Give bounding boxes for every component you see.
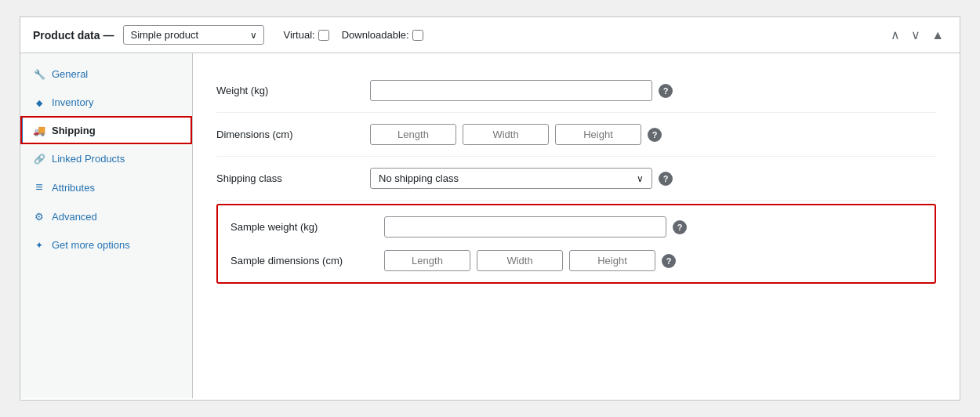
wrench-icon	[33, 67, 45, 80]
main-content: Weight (kg) 0 ? Dimensions (cm) ? Shippi…	[193, 53, 960, 398]
sample-length-input[interactable]	[384, 250, 470, 271]
collapse-down-button[interactable]: ∨	[908, 26, 924, 44]
collapse-up-button[interactable]: ∧	[887, 26, 903, 44]
sidebar-attributes-label: Attributes	[52, 182, 95, 194]
product-type-label: Simple product	[130, 29, 198, 41]
sample-weight-row: Sample weight (kg) 0 ?	[230, 216, 922, 244]
sidebar-get-more-label: Get more options	[52, 239, 130, 251]
list-icon	[33, 180, 45, 194]
height-input[interactable]	[555, 124, 641, 145]
virtual-checkbox[interactable]	[318, 30, 329, 41]
sidebar-linked-products-label: Linked Products	[52, 153, 125, 165]
shipping-class-row: Shipping class No shipping class ∨ ?	[216, 157, 936, 201]
sample-dimensions-row: Sample dimensions (cm) ?	[230, 244, 922, 271]
sidebar-item-linked-products[interactable]: Linked Products	[20, 144, 192, 172]
panel-body: General Inventory Shipping Linked Produc…	[20, 53, 960, 398]
sidebar-general-label: General	[52, 68, 88, 80]
sidebar-item-shipping[interactable]: Shipping	[20, 116, 192, 144]
sample-dimensions-label: Sample dimensions (cm)	[230, 255, 372, 267]
sidebar: General Inventory Shipping Linked Produc…	[20, 53, 193, 398]
sidebar-advanced-label: Advanced	[52, 211, 97, 223]
weight-label: Weight (kg)	[216, 85, 358, 96]
weight-help-icon[interactable]: ?	[659, 84, 673, 98]
product-type-chevron: ∨	[250, 30, 257, 41]
sidebar-item-get-more-options[interactable]: Get more options	[20, 230, 192, 259]
truck-icon	[33, 124, 45, 136]
shipping-class-value: No shipping class	[379, 172, 459, 184]
width-input[interactable]	[463, 124, 549, 145]
virtual-label[interactable]: Virtual:	[283, 29, 328, 41]
shipping-class-help-icon[interactable]: ?	[659, 172, 673, 186]
panel-header: Product data — Simple product ∨ Virtual:…	[20, 17, 960, 53]
product-data-panel: Product data — Simple product ∨ Virtual:…	[20, 16, 960, 401]
dimensions-help-icon[interactable]: ?	[648, 128, 662, 142]
weight-inputs: 0 ?	[370, 80, 936, 101]
sidebar-item-attributes[interactable]: Attributes	[20, 172, 192, 202]
link-icon	[33, 152, 45, 165]
expand-button[interactable]: ▲	[928, 26, 947, 44]
product-type-select[interactable]: Simple product ∨	[123, 25, 264, 45]
length-input[interactable]	[370, 124, 456, 145]
diamond-icon	[33, 96, 45, 108]
shipping-class-select[interactable]: No shipping class ∨	[370, 168, 652, 189]
dimensions-row: Dimensions (cm) ?	[216, 113, 936, 157]
star-icon	[33, 238, 45, 251]
sample-dimensions-help-icon[interactable]: ?	[662, 254, 676, 268]
dimensions-label: Dimensions (cm)	[216, 129, 358, 140]
shipping-class-label: Shipping class	[216, 172, 358, 184]
sidebar-shipping-label: Shipping	[52, 125, 96, 136]
downloadable-label[interactable]: Downloadable:	[342, 29, 423, 41]
sample-weight-input[interactable]: 0	[384, 216, 666, 238]
sidebar-item-general[interactable]: General	[20, 60, 192, 88]
shipping-class-chevron: ∨	[637, 173, 644, 184]
sample-section: Sample weight (kg) 0 ? Sample dimensions…	[216, 204, 936, 284]
sample-height-input[interactable]	[569, 250, 655, 271]
downloadable-checkbox[interactable]	[412, 30, 423, 41]
sample-weight-inputs: 0 ?	[384, 216, 922, 238]
sample-dimensions-inputs: ?	[384, 250, 922, 271]
dimensions-inputs: ?	[370, 124, 936, 145]
panel-title: Product data —	[33, 29, 114, 42]
sidebar-item-inventory[interactable]: Inventory	[20, 88, 192, 116]
gear-icon	[33, 210, 45, 223]
sample-width-input[interactable]	[477, 250, 563, 271]
sidebar-inventory-label: Inventory	[52, 96, 93, 108]
sample-weight-label: Sample weight (kg)	[230, 221, 372, 233]
weight-input[interactable]: 0	[370, 80, 652, 101]
panel-header-actions: ∧ ∨ ▲	[887, 26, 947, 44]
weight-row: Weight (kg) 0 ?	[216, 69, 936, 113]
shipping-class-inputs: No shipping class ∨ ?	[370, 168, 936, 189]
sample-weight-help-icon[interactable]: ?	[673, 220, 687, 234]
sidebar-item-advanced[interactable]: Advanced	[20, 202, 192, 230]
virtual-downloadable-group: Virtual: Downloadable:	[283, 29, 423, 41]
